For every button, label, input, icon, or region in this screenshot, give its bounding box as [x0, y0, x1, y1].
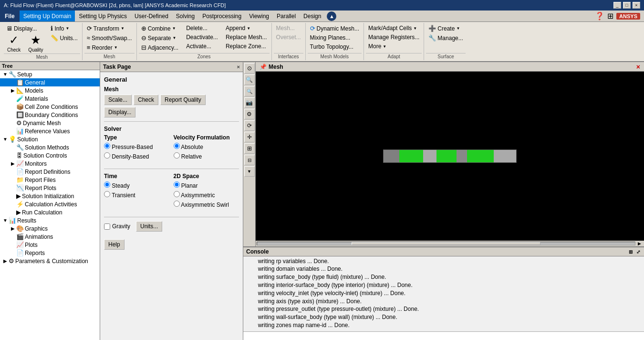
tree-node-materials[interactable]: 🧪Materials: [0, 95, 100, 103]
overset-btn[interactable]: Overset...: [274, 33, 303, 42]
replacemesh-btn[interactable]: Replace Mesh...: [223, 33, 270, 42]
steady-option[interactable]: Steady: [104, 181, 170, 189]
pressure-based-option[interactable]: Pressure-Based: [104, 143, 170, 150]
tree-node-models[interactable]: ▶📐Models: [0, 86, 100, 95]
expand-icon-graphics[interactable]: ▶: [10, 226, 16, 231]
navigate-btn[interactable]: ▲: [327, 11, 336, 21]
tree-node-params[interactable]: ▶⚙Parameters & Customization: [0, 257, 100, 265]
tree-node-general[interactable]: 📋General: [0, 78, 100, 86]
transform-btn[interactable]: ⟳ Transform ▼: [84, 24, 135, 33]
planar-option[interactable]: Planar: [174, 181, 239, 189]
relative-radio[interactable]: [174, 152, 180, 159]
density-based-option[interactable]: Density-Based: [104, 152, 170, 160]
tree-node-report_plots[interactable]: 📉Report Plots: [0, 184, 100, 192]
help-icon[interactable]: ❓: [595, 11, 604, 21]
absolute-radio[interactable]: [174, 143, 180, 149]
tree-node-calc_activities[interactable]: ⚡Calculation Activities: [0, 200, 100, 208]
minimize-btn[interactable]: _: [613, 2, 621, 9]
display-button[interactable]: Display...: [104, 107, 135, 117]
expand-icon-solution[interactable]: ▼: [2, 137, 9, 142]
viewport-rotate-btn[interactable]: ⟳: [244, 120, 255, 131]
create-surface-btn[interactable]: ➕ Create ▼: [426, 24, 465, 33]
tree-node-run_calc[interactable]: ▶Run Calculation: [0, 208, 100, 216]
help-button[interactable]: Help: [104, 239, 125, 250]
mixing-planes-btn[interactable]: Mixing Planes...: [308, 33, 362, 42]
menu-setting-up-physics[interactable]: Setting Up Physics: [75, 11, 131, 21]
axisymmetric-option[interactable]: Axisymmetric: [174, 191, 239, 199]
units-btn[interactable]: 📏 Units...: [48, 33, 80, 42]
console-expand-btn[interactable]: ⊞: [628, 249, 634, 255]
more-adapt-btn[interactable]: More ▼: [366, 42, 422, 51]
reorder-btn[interactable]: ≡ Reorder ▼: [84, 43, 135, 52]
menu-design[interactable]: Design: [300, 11, 325, 21]
tree-node-report_defs[interactable]: 📄Report Definitions: [0, 168, 100, 176]
viewport-canvas[interactable]: [256, 72, 644, 241]
check-btn[interactable]: ✓ Check: [4, 33, 24, 53]
check-button[interactable]: Check: [134, 95, 158, 105]
markadapt-btn[interactable]: Mark/Adapt Cells ▼: [366, 24, 422, 32]
tree-node-reference[interactable]: 📊Reference Values: [0, 127, 100, 135]
tree-node-boundary[interactable]: 🔲Boundary Conditions: [0, 111, 100, 119]
separate-btn[interactable]: ⊖ Separate ▼: [139, 33, 181, 42]
scale-button[interactable]: Scale...: [104, 95, 132, 105]
viewport-zoomout-btn[interactable]: 🔍: [244, 86, 255, 96]
absolute-option[interactable]: Absolute: [174, 143, 239, 150]
scrollbar-thumb-h[interactable]: [352, 242, 540, 245]
tree-node-report_files[interactable]: 📁Report Files: [0, 176, 100, 184]
activate-btn[interactable]: Activate...: [184, 42, 220, 51]
layout-icon[interactable]: ⊞: [607, 11, 613, 21]
tree-node-setup[interactable]: ▼🔧Setup: [0, 70, 100, 78]
viewport-zoomout2-btn[interactable]: ⊟: [244, 155, 255, 165]
manage-registers-btn[interactable]: Manage Registers...: [366, 33, 422, 42]
menu-setting-up-domain[interactable]: Setting Up Domain: [20, 11, 75, 21]
tree-node-animations[interactable]: 🎬Animations: [0, 233, 100, 241]
gravity-checkbox[interactable]: [104, 223, 110, 230]
transient-radio[interactable]: [104, 191, 110, 197]
viewport-settings-btn[interactable]: ⚙: [244, 109, 255, 119]
mesh-interface-btn[interactable]: Mesh...: [274, 24, 303, 32]
menu-parallel[interactable]: Parallel: [273, 11, 300, 21]
info-btn[interactable]: ℹ Info ▼: [48, 24, 80, 33]
scrollbar-right-btn[interactable]: ▶: [635, 241, 643, 246]
transient-option[interactable]: Transient: [104, 191, 170, 199]
tree-node-results[interactable]: ▼📊Results: [0, 216, 100, 224]
density-based-radio[interactable]: [104, 152, 110, 159]
deactivate-btn[interactable]: Deactivate...: [184, 33, 220, 42]
viewport-camera-btn[interactable]: 📷: [244, 97, 255, 108]
viewport-close-btn[interactable]: ×: [636, 63, 640, 71]
dynamic-mesh-btn[interactable]: ⟳ Dynamic Mesh...: [308, 24, 362, 33]
menu-file[interactable]: File: [0, 11, 20, 22]
display-btn[interactable]: 🖥 Display...: [4, 24, 46, 33]
console-detach-btn[interactable]: ⤢: [635, 249, 641, 255]
tree-node-reports[interactable]: 📄Reports: [0, 249, 100, 257]
smoothswap-btn[interactable]: ≈ Smooth/Swap...: [84, 33, 135, 42]
tree-node-sol_controls[interactable]: 🎛Solution Controls: [0, 151, 100, 159]
tree-node-cellzone[interactable]: 📦Cell Zone Conditions: [0, 103, 100, 111]
close-btn[interactable]: ×: [633, 2, 640, 9]
task-panel-close-btn[interactable]: ×: [237, 64, 240, 70]
report-quality-button[interactable]: Report Quality: [160, 95, 206, 105]
viewport-pan-btn[interactable]: ✛: [244, 132, 255, 142]
scrollbar-track-h[interactable]: [257, 242, 635, 245]
menu-user-defined[interactable]: User-Defined: [131, 11, 172, 21]
tree-node-solution[interactable]: ▼💡Solution: [0, 135, 100, 143]
tree-node-dynamic[interactable]: ⚙Dynamic Mesh: [0, 119, 100, 127]
tree-node-graphics[interactable]: ▶🎨Graphics: [0, 224, 100, 233]
quality-btn[interactable]: ★ Quality: [25, 33, 46, 53]
viewport-fit-btn[interactable]: ⊙: [244, 63, 255, 74]
append-btn[interactable]: Append ▼: [223, 24, 270, 32]
expand-icon-params[interactable]: ▶: [2, 258, 9, 264]
menu-viewing[interactable]: Viewing: [245, 11, 273, 21]
menu-postprocessing[interactable]: Postprocessing: [198, 11, 245, 21]
expand-icon-setup[interactable]: ▼: [2, 72, 9, 77]
tree-node-sol_methods[interactable]: 🔧Solution Methods: [0, 143, 100, 151]
menu-solving[interactable]: Solving: [172, 11, 198, 21]
expand-icon-monitors[interactable]: ▶: [10, 161, 16, 166]
axisymmetric-swirl-option[interactable]: Axisymmetric Swirl: [174, 201, 239, 208]
combine-btn[interactable]: ⊕ Combine ▼: [139, 24, 181, 33]
viewport-zoombox-btn[interactable]: ⊞: [244, 143, 255, 154]
tree-node-plots[interactable]: 📈Plots: [0, 241, 100, 249]
planar-radio[interactable]: [174, 181, 180, 188]
maximize-btn[interactable]: □: [623, 2, 631, 9]
relative-option[interactable]: Relative: [174, 152, 239, 160]
